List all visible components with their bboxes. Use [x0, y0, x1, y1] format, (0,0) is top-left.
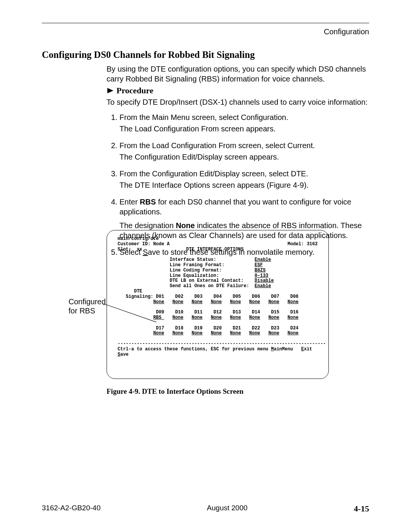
document-page: Configuration Configuring DS0 Channels f…	[0, 0, 411, 532]
header-rule	[42, 23, 369, 23]
intro-paragraph: By using the DTE configuration options, …	[107, 64, 369, 84]
svg-marker-0	[107, 88, 113, 93]
terminal-content: main/config/dte Customer ID: Node A Mode…	[107, 230, 329, 379]
figure-caption: Figure 4-9. DTE to Interface Options Scr…	[107, 387, 244, 396]
step-3: From the Configuration Edit/Display scre…	[119, 169, 369, 190]
footer-doc-id: 3162-A2-GB20-40	[42, 504, 100, 514]
footer-date: August 2000	[207, 504, 248, 514]
section-heading: Configuring DS0 Channels for Robbed Bit …	[42, 50, 255, 60]
procedure-heading: Procedure	[107, 86, 153, 96]
terminal-screenshot: main/config/dte Customer ID: Node A Mode…	[107, 230, 329, 379]
page-footer: 3162-A2-GB20-40 August 2000 4-15	[42, 504, 369, 514]
procedure-intro: To specify DTE Drop/Insert (DSX-1) chann…	[107, 97, 369, 107]
running-header: Configuration	[324, 27, 369, 36]
procedure-label: Procedure	[116, 86, 153, 96]
callout-label: Configured for RBS	[68, 297, 106, 315]
step-1: From the Main Menu screen, select Config…	[119, 112, 369, 134]
step-2: From the Load Configuration From screen,…	[119, 141, 369, 162]
triangle-right-icon	[107, 88, 113, 93]
page-number: 4-15	[354, 504, 369, 514]
